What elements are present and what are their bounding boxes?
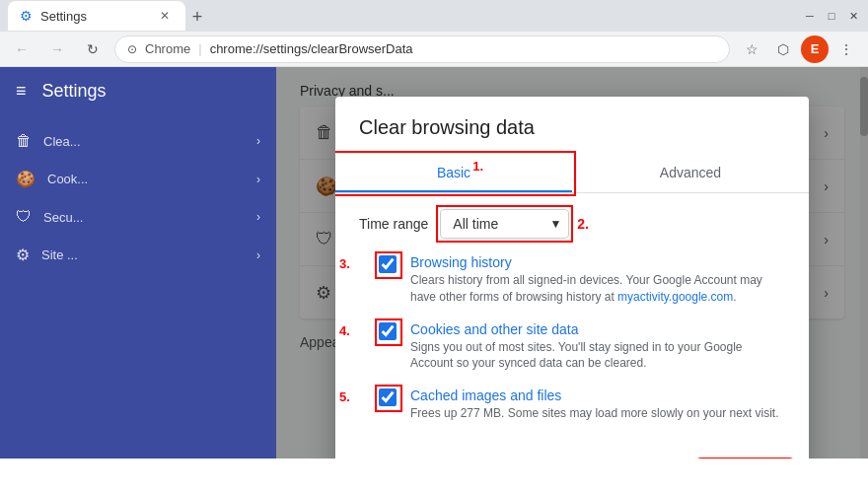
window-controls: ─ □ ✕ <box>803 9 860 23</box>
modal-footer: 6. Cancel Clear data <box>335 454 809 459</box>
settings-tab[interactable]: ⚙ Settings ✕ <box>8 1 185 31</box>
browsing-history-label: Browsing history <box>410 254 785 270</box>
sidebar: ≡ Settings 🗑 Clea... › 🍪 Cook... › 🛡 Sec… <box>0 67 276 459</box>
chevron-right-icon: › <box>256 210 260 224</box>
cookies-checkbox[interactable] <box>379 322 397 340</box>
annotation-1: 1. <box>472 159 483 174</box>
sidebar-content: 🗑 Clea... › 🍪 Cook... › 🛡 Secu... › ⚙ Si… <box>0 114 276 459</box>
annotation-3: 3. <box>339 256 350 271</box>
address-bar: ← → ↻ ⊙ Chrome | chrome://settings/clear… <box>0 32 868 67</box>
tab-basic[interactable]: Basic 1. <box>335 155 572 192</box>
cached-images-checkbox[interactable] <box>379 388 397 406</box>
main-area: ≡ Settings 🗑 Clea... › 🍪 Cook... › 🛡 Sec… <box>0 67 868 459</box>
close-button[interactable]: ✕ <box>846 9 860 23</box>
url-divider: | <box>198 41 201 56</box>
sidebar-item-security[interactable]: 🛡 Secu... › <box>0 198 276 236</box>
cached-images-text: Cached images and files Frees up 277 MB.… <box>410 388 785 422</box>
myactivity-link[interactable]: myactivity.google.com <box>617 290 733 304</box>
annotation-4: 4. <box>339 323 350 338</box>
reload-button[interactable]: ↻ <box>79 35 107 63</box>
sidebar-item-label: Secu... <box>43 210 83 225</box>
url-site-label: Chrome <box>145 41 190 56</box>
cached-images-row: 5. Cached images and files Frees up 277 … <box>359 388 785 422</box>
tab-favicon: ⚙ <box>20 8 33 24</box>
cookies-text: Cookies and other site data Signs you ou… <box>410 321 785 373</box>
time-range-row: Time range All time Last hour Last 24 ho… <box>359 209 785 239</box>
sidebar-item-label: Cook... <box>47 172 88 186</box>
bookmark-button[interactable]: ☆ <box>738 35 765 63</box>
title-bar: ⚙ Settings ✕ + ─ □ ✕ <box>0 0 868 32</box>
modal-tabs: Basic 1. Advanced <box>335 155 809 193</box>
tab-close-button[interactable]: ✕ <box>156 7 174 25</box>
sidebar-item-clear[interactable]: 🗑 Clea... › <box>0 122 276 160</box>
minimize-button[interactable]: ─ <box>803 9 817 23</box>
chevron-right-icon: › <box>256 248 260 262</box>
modal-title: Clear browsing data <box>335 97 809 139</box>
browsing-history-desc: Clears history from all signed-in device… <box>410 272 785 306</box>
menu-icon[interactable]: ≡ <box>16 81 27 102</box>
sidebar-item-label: Clea... <box>43 134 81 149</box>
time-range-select[interactable]: All time Last hour Last 24 hours Last 7 … <box>440 209 569 239</box>
sidebar-item-site-settings[interactable]: ⚙ Site ... › <box>0 236 276 274</box>
annotation-5: 5. <box>339 389 350 404</box>
browsing-history-checkbox[interactable] <box>379 255 397 273</box>
time-range-label: Time range <box>359 216 428 232</box>
new-tab-button[interactable]: + <box>185 5 209 29</box>
modal-body: Time range All time Last hour Last 24 ho… <box>335 193 809 454</box>
cached-images-desc: Frees up 277 MB. Some sites may load mor… <box>410 405 785 422</box>
title-bar-left: ⚙ Settings ✕ + <box>8 1 209 31</box>
cookies-row: 4. Cookies and other site data Signs you… <box>359 321 785 373</box>
sidebar-header: ≡ Settings <box>0 67 276 114</box>
forward-button[interactable]: → <box>43 35 71 63</box>
tab-title: Settings <box>40 9 87 24</box>
toolbar-right: ☆ ⬡ E ⋮ <box>738 35 860 63</box>
browsing-history-text: Browsing history Clears history from all… <box>410 254 785 306</box>
sidebar-item-cookies[interactable]: 🍪 Cook... › <box>0 160 276 198</box>
shield-icon: 🛡 <box>16 208 32 226</box>
tab-strip: ⚙ Settings ✕ + <box>8 1 209 31</box>
modal-overlay: Clear browsing data Basic 1. Advanced Ti… <box>276 67 868 459</box>
back-button[interactable]: ← <box>8 35 36 63</box>
cookies-checkbox-wrap[interactable] <box>379 322 398 342</box>
browsing-history-row: 3. Browsing history Clears history from … <box>359 254 785 306</box>
clear-browsing-data-modal: Clear browsing data Basic 1. Advanced Ti… <box>335 97 809 459</box>
url-text: chrome://settings/clearBrowserData <box>210 41 717 56</box>
cookies-desc: Signs you out of most sites. You'll stay… <box>410 339 785 373</box>
sidebar-title: Settings <box>42 81 107 102</box>
gear-icon: ⚙ <box>16 246 30 264</box>
chevron-right-icon: › <box>256 173 260 186</box>
privacy-section: 🗑 Clea... › 🍪 Cook... › 🛡 Secu... › ⚙ Si… <box>0 114 276 282</box>
tab-advanced[interactable]: Advanced <box>572 155 809 192</box>
annotation-2: 2. <box>577 216 589 232</box>
cookies-label: Cookies and other site data <box>410 321 785 337</box>
browsing-history-checkbox-wrap[interactable] <box>379 255 398 275</box>
sidebar-item-label: Site ... <box>41 247 78 262</box>
time-range-select-wrapper[interactable]: All time Last hour Last 24 hours Last 7 … <box>440 209 569 239</box>
url-favicon-icon: ⊙ <box>127 42 137 56</box>
trash-icon: 🗑 <box>16 132 32 150</box>
chevron-right-icon: › <box>256 134 260 148</box>
maximize-button[interactable]: □ <box>825 9 838 23</box>
cookie-icon: 🍪 <box>16 170 36 188</box>
profile-button[interactable]: E <box>801 35 829 63</box>
cached-images-checkbox-wrap[interactable] <box>379 388 398 408</box>
more-button[interactable]: ⋮ <box>832 35 860 63</box>
extensions-button[interactable]: ⬡ <box>769 35 797 63</box>
content-area: Privacy and s... 🗑 Clea... Clea... › 🍪 C… <box>276 67 868 459</box>
url-bar[interactable]: ⊙ Chrome | chrome://settings/clearBrowse… <box>114 35 730 63</box>
cached-images-label: Cached images and files <box>410 388 785 403</box>
